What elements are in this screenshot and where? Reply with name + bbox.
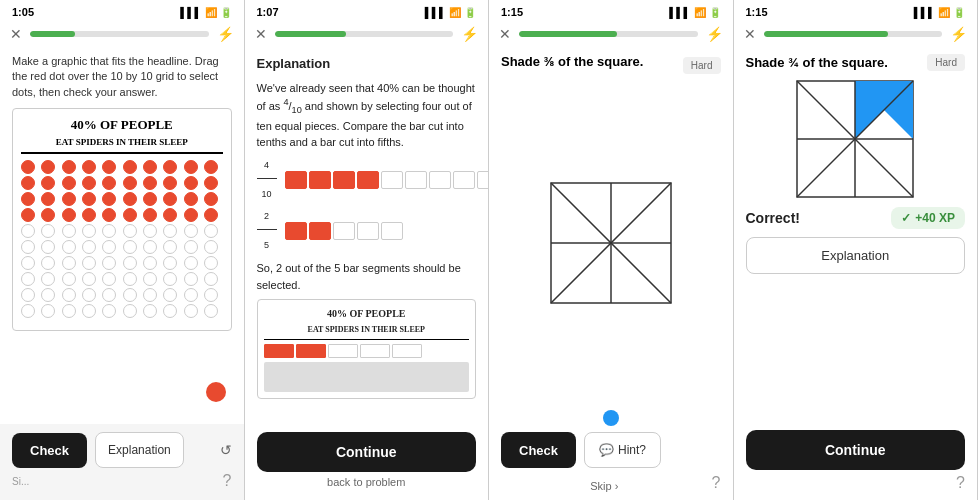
dot-cell[interactable] — [123, 192, 137, 206]
dot-cell[interactable] — [102, 176, 116, 190]
dot-cell[interactable] — [82, 256, 96, 270]
dot-cell[interactable] — [102, 208, 116, 222]
dot-cell[interactable] — [143, 272, 157, 286]
dot-cell[interactable] — [143, 208, 157, 222]
dot-cell[interactable] — [41, 160, 55, 174]
dot-cell[interactable] — [102, 304, 116, 318]
dot-cell[interactable] — [41, 224, 55, 238]
bar-segment[interactable] — [381, 171, 403, 189]
tangram-svg-4[interactable] — [795, 79, 915, 199]
bar-segment[interactable] — [357, 222, 379, 240]
dot-cell[interactable] — [123, 256, 137, 270]
check-button-1[interactable]: Check — [12, 433, 87, 468]
dot-cell[interactable] — [41, 208, 55, 222]
question-icon-4[interactable]: ? — [956, 474, 965, 492]
dot-cell[interactable] — [143, 160, 157, 174]
bar-segment[interactable] — [453, 171, 475, 189]
tangram-svg-3[interactable] — [546, 178, 676, 308]
hint-button-3[interactable]: 💬 Hint? — [584, 432, 661, 468]
dot-cell[interactable] — [163, 176, 177, 190]
dot-cell[interactable] — [184, 208, 198, 222]
dot-cell[interactable] — [82, 176, 96, 190]
dot-cell[interactable] — [184, 272, 198, 286]
close-button-1[interactable]: ✕ — [10, 26, 22, 42]
dot-cell[interactable] — [204, 240, 218, 254]
dot-cell[interactable] — [204, 304, 218, 318]
dot-cell[interactable] — [62, 224, 76, 238]
dot-cell[interactable] — [82, 240, 96, 254]
dot-cell[interactable] — [163, 304, 177, 318]
dot-cell[interactable] — [184, 288, 198, 302]
bar-segment[interactable] — [429, 171, 451, 189]
bar-segment[interactable] — [285, 222, 307, 240]
dot-cell[interactable] — [41, 304, 55, 318]
dot-cell[interactable] — [143, 176, 157, 190]
dot-cell[interactable] — [82, 304, 96, 318]
dot-cell[interactable] — [21, 192, 35, 206]
skip-text-3[interactable]: Skip › — [590, 480, 618, 492]
bar-segment[interactable] — [309, 171, 331, 189]
dot-cell[interactable] — [184, 176, 198, 190]
dot-cell[interactable] — [62, 256, 76, 270]
dot-cell[interactable] — [123, 224, 137, 238]
dot-cell[interactable] — [21, 160, 35, 174]
bar-segment[interactable] — [405, 171, 427, 189]
dot-cell[interactable] — [62, 240, 76, 254]
dot-cell[interactable] — [123, 160, 137, 174]
dot-cell[interactable] — [41, 256, 55, 270]
bar-segment[interactable] — [285, 171, 307, 189]
question-icon-3[interactable]: ? — [712, 474, 721, 492]
dot-cell[interactable] — [163, 208, 177, 222]
dot-cell[interactable] — [62, 288, 76, 302]
dot-cell[interactable] — [21, 256, 35, 270]
refresh-icon-1[interactable]: ↺ — [220, 442, 232, 458]
dot-cell[interactable] — [21, 272, 35, 286]
bar-segment[interactable] — [357, 171, 379, 189]
bar-segment[interactable] — [333, 222, 355, 240]
dot-cell[interactable] — [143, 240, 157, 254]
dot-cell[interactable] — [41, 176, 55, 190]
tangram-container-4[interactable] — [746, 79, 966, 199]
dot-cell[interactable] — [21, 224, 35, 238]
dot-cell[interactable] — [102, 240, 116, 254]
dot-cell[interactable] — [82, 288, 96, 302]
dot-cell[interactable] — [123, 176, 137, 190]
explanation-button-4[interactable]: Explanation — [746, 237, 966, 274]
dot-cell[interactable] — [62, 304, 76, 318]
dot-cell[interactable] — [204, 272, 218, 286]
close-button-3[interactable]: ✕ — [499, 26, 511, 42]
dot-cell[interactable] — [82, 160, 96, 174]
dot-cell[interactable] — [123, 208, 137, 222]
dot-cell[interactable] — [82, 224, 96, 238]
dot-cell[interactable] — [184, 240, 198, 254]
dot-cell[interactable] — [184, 160, 198, 174]
dot-cell[interactable] — [163, 192, 177, 206]
bar-segment[interactable] — [381, 222, 403, 240]
dot-cell[interactable] — [21, 208, 35, 222]
dot-cell[interactable] — [163, 288, 177, 302]
dot-cell[interactable] — [143, 256, 157, 270]
dot-cell[interactable] — [41, 272, 55, 286]
dot-cell[interactable] — [184, 224, 198, 238]
dot-cell[interactable] — [102, 288, 116, 302]
dot-cell[interactable] — [163, 160, 177, 174]
bar-segment[interactable] — [309, 222, 331, 240]
back-link-2[interactable]: back to problem — [257, 476, 477, 492]
dot-grid[interactable] — [21, 160, 223, 318]
drag-dot[interactable] — [206, 382, 226, 402]
dot-cell[interactable] — [204, 224, 218, 238]
dot-cell[interactable] — [41, 192, 55, 206]
dot-cell[interactable] — [62, 272, 76, 286]
dot-cell[interactable] — [82, 208, 96, 222]
explanation-button-1[interactable]: Explanation — [95, 432, 184, 468]
dot-cell[interactable] — [184, 304, 198, 318]
dot-cell[interactable] — [163, 256, 177, 270]
continue-button-2[interactable]: Continue — [257, 432, 477, 472]
dot-cell[interactable] — [102, 256, 116, 270]
dot-cell[interactable] — [102, 192, 116, 206]
dot-cell[interactable] — [184, 256, 198, 270]
dot-cell[interactable] — [82, 192, 96, 206]
close-button-4[interactable]: ✕ — [744, 26, 756, 42]
check-button-3[interactable]: Check — [501, 432, 576, 468]
dot-cell[interactable] — [143, 304, 157, 318]
